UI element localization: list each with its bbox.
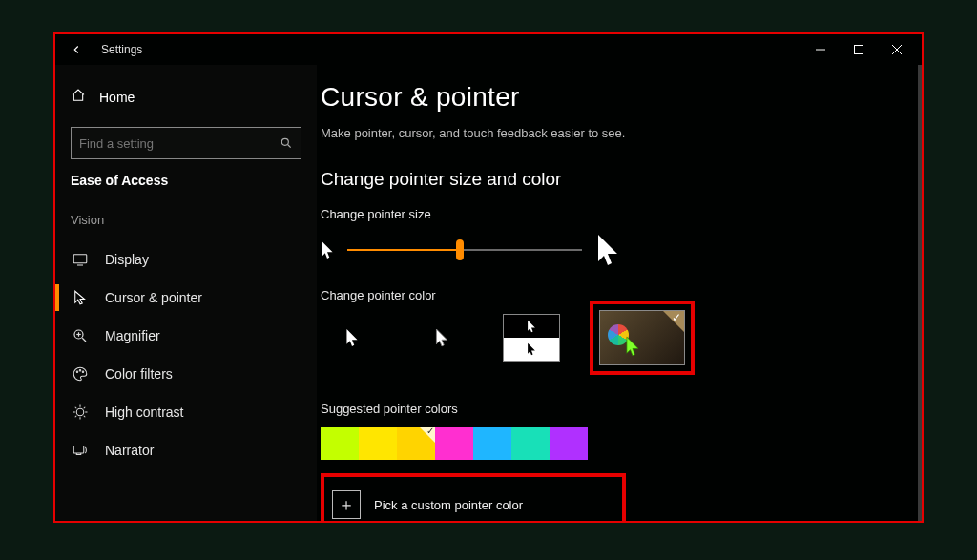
sidebar-item-narrator[interactable]: Narrator [65,431,307,469]
suggested-colors-label: Suggested pointer colors [321,402,903,416]
cursor-green-icon [625,336,640,361]
sidebar-item-label: Display [105,252,149,267]
content-scrollbar[interactable] [918,65,922,521]
svg-rect-1 [855,46,863,54]
svg-point-14 [82,371,84,373]
cursor-black-icon [435,328,448,347]
color-swatch[interactable] [321,427,359,460]
color-swatch[interactable] [511,427,550,460]
contrast-icon [71,404,90,421]
check-icon: ✓ [426,425,434,436]
check-icon: ✓ [672,311,681,324]
close-button[interactable] [878,36,916,63]
maximize-icon [854,45,863,54]
suggested-colors-row: ✓ [321,427,903,460]
pointer-color-white[interactable] [321,314,384,362]
arrow-left-icon [70,43,83,56]
sidebar-item-cursor-pointer[interactable]: Cursor & pointer [65,279,307,317]
sidebar-group-label: Vision [65,205,307,240]
display-icon [71,251,90,268]
svg-line-20 [75,407,77,409]
sidebar-item-label: Magnifier [105,328,160,343]
svg-point-13 [79,370,81,372]
section-heading: Change pointer size and color [321,169,903,190]
svg-line-23 [75,416,77,418]
search-input[interactable] [79,136,280,151]
magnifier-icon [71,327,90,344]
minimize-icon [816,45,825,54]
cursor-inverted-top-icon [527,320,536,333]
color-swatch[interactable]: ✓ [397,427,435,460]
maximize-button[interactable] [840,36,878,63]
cursor-white-icon [345,328,359,347]
page-title: Cursor & pointer [321,82,903,113]
pick-custom-color-button[interactable]: ＋ [332,490,361,519]
pointer-color-custom[interactable]: ✓ [590,301,695,375]
svg-rect-24 [73,446,84,454]
page-description: Make pointer, cursor, and touch feedback… [321,126,903,140]
cursor-large-icon [595,233,620,267]
sidebar-item-magnifier[interactable]: Magnifier [65,317,307,355]
sidebar-item-label: Narrator [105,443,154,458]
search-icon [280,136,293,150]
pointer-size-slider[interactable] [347,249,582,251]
settings-window: Settings Home [53,32,924,523]
svg-point-4 [281,138,288,145]
svg-rect-6 [73,255,87,263]
sidebar-item-display[interactable]: Display [65,240,307,279]
back-button[interactable] [65,38,88,61]
sidebar-item-label: High contrast [105,404,183,420]
sidebar-item-color-filters[interactable]: Color filters [65,355,307,393]
svg-line-21 [84,416,86,418]
color-swatch[interactable] [473,427,511,460]
cursor-small-icon [321,240,334,259]
narrator-icon [71,442,90,459]
color-swatch[interactable] [435,427,473,460]
pick-custom-color-label: Pick a custom pointer color [374,498,523,512]
cursor-inverted-bottom-icon [527,342,536,356]
plus-icon: ＋ [338,493,355,516]
palette-icon [71,365,90,383]
svg-line-22 [84,407,86,409]
sidebar-section-title: Ease of Access [65,173,307,205]
sidebar: Home Ease of Access Vision Display [55,65,317,521]
slider-thumb[interactable] [456,239,464,260]
minimize-button[interactable] [801,36,840,63]
titlebar: Settings [55,34,922,65]
cursor-icon [71,289,90,306]
window-title: Settings [101,43,142,56]
svg-point-15 [76,408,84,416]
sidebar-item-label: Cursor & pointer [105,290,202,305]
content-area: Cursor & pointer Make pointer, cursor, a… [317,65,922,521]
home-icon [71,88,86,106]
pick-custom-color-row: ＋ Pick a custom pointer color [321,473,626,521]
svg-point-12 [76,371,78,373]
pointer-color-inverted[interactable] [500,314,563,362]
sidebar-search[interactable] [71,127,301,159]
pointer-size-label: Change pointer size [321,207,903,221]
sidebar-item-high-contrast[interactable]: High contrast [65,393,307,431]
pointer-size-slider-row [321,233,903,267]
close-icon [892,45,902,54]
svg-line-5 [288,145,291,148]
pointer-color-black[interactable] [410,314,473,362]
sidebar-home-label: Home [99,90,135,105]
svg-line-9 [82,338,86,342]
sidebar-home[interactable]: Home [65,78,307,115]
sidebar-item-label: Color filters [105,366,173,382]
color-swatch[interactable] [359,427,397,460]
pointer-color-options: ✓ [321,314,903,388]
color-swatch[interactable] [550,427,588,460]
